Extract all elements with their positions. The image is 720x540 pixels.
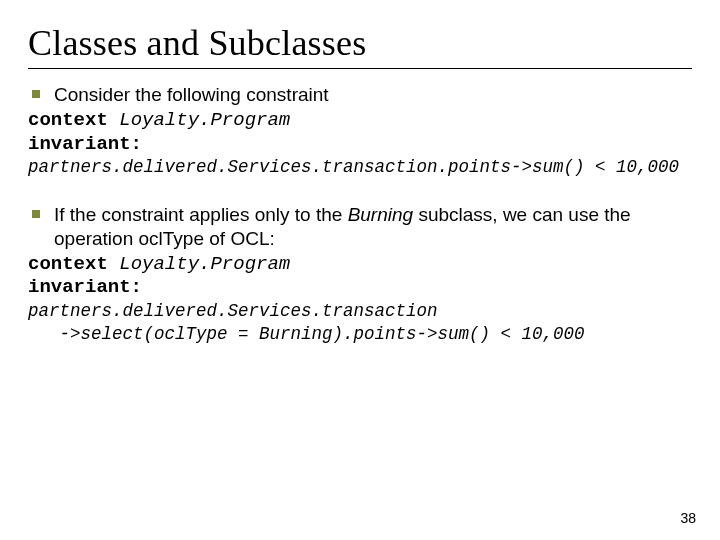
- square-bullet-icon: [32, 210, 40, 218]
- b2-pre: If the constraint applies only to the: [54, 204, 348, 225]
- slide: Classes and Subclasses Consider the foll…: [0, 0, 720, 540]
- square-bullet-icon: [32, 90, 40, 98]
- bullet-text-1: Consider the following constraint: [54, 83, 329, 107]
- kw-context-2: context: [28, 253, 108, 275]
- code-expr-2-line2: ->select(oclType = Burning).points->sum(…: [28, 323, 692, 346]
- slide-title: Classes and Subclasses: [28, 22, 692, 64]
- page-number: 38: [680, 510, 696, 526]
- l2b: oclType: [154, 324, 228, 344]
- l2a: ->select(: [28, 324, 154, 344]
- kw-invariant-1: invariant:: [28, 133, 142, 155]
- code-invariant-1: invariant:: [28, 133, 692, 157]
- kw-context-1: context: [28, 109, 108, 131]
- bullet-text-2: If the constraint applies only to the Bu…: [54, 203, 692, 251]
- code-context-2: context Loyalty.Program: [28, 253, 692, 277]
- b2-em: Burning: [348, 204, 414, 225]
- code-expr-2-line1: partners.delivered.Services.transaction: [28, 300, 692, 323]
- ctx-name-1: Loyalty.Program: [119, 109, 290, 131]
- block-1: Consider the following constraint contex…: [28, 83, 692, 179]
- code-expr-1: partners.delivered.Services.transaction.…: [28, 156, 692, 179]
- ctx-name-2: Loyalty.Program: [119, 253, 290, 275]
- code-context-1: context Loyalty.Program: [28, 109, 692, 133]
- kw-invariant-2: invariant:: [28, 276, 142, 298]
- b2-post: of OCL:: [204, 228, 275, 249]
- code-invariant-2: invariant:: [28, 276, 692, 300]
- block-2: If the constraint applies only to the Bu…: [28, 203, 692, 346]
- b2-op: oclType: [139, 228, 204, 249]
- bullet-row-2: If the constraint applies only to the Bu…: [32, 203, 692, 251]
- title-rule: [28, 68, 692, 69]
- l2c: = Burning).points->sum() < 10,000: [228, 324, 585, 344]
- bullet-row-1: Consider the following constraint: [32, 83, 692, 107]
